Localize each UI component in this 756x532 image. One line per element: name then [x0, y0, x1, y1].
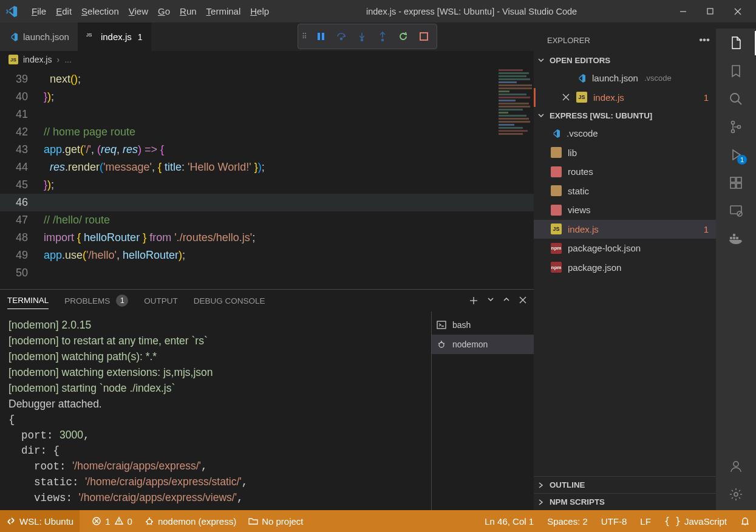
minimap[interactable] — [495, 68, 534, 189]
folder-icon — [551, 185, 562, 196]
terminal-nodemon[interactable]: nodemon — [432, 335, 534, 354]
activity-bookmark-icon[interactable] — [727, 63, 744, 80]
explorer-title: EXPLORER — [547, 36, 590, 45]
panel-tab-problems[interactable]: PROBLEMS1 — [64, 292, 128, 309]
activity-bar: 1 — [716, 29, 756, 510]
outline-section[interactable]: OUTLINE — [534, 476, 716, 493]
file-tree-package.json[interactable]: npmpackage.json — [534, 258, 716, 278]
file-tree-routes[interactable]: routes — [534, 162, 716, 182]
activity-remote-icon[interactable] — [727, 202, 744, 219]
debug-step-out-button[interactable] — [373, 27, 392, 46]
folder-icon — [551, 166, 562, 177]
window-title: index.js - express [WSL: Ubuntu] - Visua… — [274, 7, 669, 16]
panel-tabs: TERMINALPROBLEMS1OUTPUTDEBUG CONSOLE — [0, 290, 534, 312]
svg-rect-39 — [736, 237, 738, 239]
tab-index.js[interactable]: JSindex.js1 — [78, 22, 151, 51]
status-encoding[interactable]: UTF-8 — [601, 516, 627, 527]
menu-selection[interactable]: Selection — [77, 4, 124, 19]
activity-debug-icon[interactable]: 1 — [727, 146, 744, 163]
svg-rect-11 — [420, 33, 427, 40]
file-tree-lib[interactable]: lib — [534, 143, 716, 163]
close-icon[interactable] — [562, 93, 570, 101]
js-file-icon: JS — [576, 92, 587, 103]
activity-extensions-icon[interactable] — [727, 174, 744, 191]
terminals-list: bashnodemon — [431, 312, 534, 510]
svg-point-42 — [734, 493, 738, 496]
open-editor-index.js[interactable]: JSindex.js1 — [534, 88, 716, 107]
menu-help[interactable]: Help — [245, 4, 274, 19]
activity-source-control-icon[interactable] — [727, 118, 744, 135]
status-language[interactable]: { } JavaScript — [664, 516, 727, 527]
terminal-output[interactable]: [nodemon] 2.0.15 [nodemon] to restart at… — [0, 312, 431, 510]
open-editor-launch.json[interactable]: launch.json.vscode — [534, 69, 716, 88]
terminal-bash[interactable]: bash — [432, 315, 534, 335]
folder-section[interactable]: EXPRESS [WSL: UBUNTU] — [534, 107, 716, 124]
status-bell-icon[interactable] — [740, 516, 750, 526]
file-tree-index.js[interactable]: JSindex.js1 — [534, 220, 716, 239]
svg-point-8 — [361, 39, 363, 41]
folder-icon — [551, 147, 562, 158]
status-debug[interactable]: nodemon (express) — [145, 516, 236, 527]
activity-account-icon[interactable] — [727, 458, 744, 475]
svg-rect-30 — [730, 177, 735, 182]
settings-file-icon — [9, 32, 18, 42]
svg-point-29 — [738, 126, 741, 129]
debug-pause-button[interactable] — [312, 27, 330, 46]
svg-line-22 — [443, 343, 444, 344]
status-errors[interactable]: 1 0 — [92, 516, 132, 527]
status-folder[interactable]: No project — [248, 516, 303, 527]
svg-rect-37 — [730, 237, 732, 239]
npm-icon: npm — [551, 262, 562, 273]
new-terminal-button[interactable] — [469, 296, 478, 305]
status-spaces[interactable]: Spaces: 2 — [547, 516, 588, 527]
explorer-sidebar: EXPLORER ••• OPEN EDITORS launch.json.vs… — [534, 29, 716, 510]
maximize-button[interactable] — [696, 2, 724, 21]
debug-step-into-button[interactable] — [353, 27, 371, 46]
activity-settings-icon[interactable] — [727, 486, 744, 503]
minimize-button[interactable] — [669, 2, 696, 21]
svg-rect-4 — [318, 33, 320, 40]
svg-point-41 — [734, 462, 738, 466]
status-eol[interactable]: LF — [640, 516, 651, 527]
bottom-panel: TERMINALPROBLEMS1OUTPUTDEBUG CONSOLE [no… — [0, 289, 534, 510]
sidebar-more-icon[interactable]: ••• — [699, 34, 710, 46]
menu-run[interactable]: Run — [175, 4, 202, 19]
file-tree-package-lock.json[interactable]: npmpackage-lock.json — [534, 239, 716, 258]
file-tree-.vscode[interactable]: .vscode — [534, 124, 716, 143]
npm-icon: npm — [551, 243, 562, 254]
debug-restart-button[interactable] — [394, 27, 412, 46]
npm-scripts-section[interactable]: NPM SCRIPTS — [534, 493, 716, 510]
close-button[interactable] — [724, 2, 751, 21]
debug-step-over-button[interactable] — [332, 27, 350, 46]
open-editors-section[interactable]: OPEN EDITORS — [534, 52, 716, 69]
svg-point-6 — [341, 38, 342, 40]
menu-edit[interactable]: Edit — [51, 4, 77, 19]
menu-terminal[interactable]: Terminal — [202, 4, 246, 19]
js-file-icon: JS — [9, 55, 18, 64]
status-cursor[interactable]: Ln 46, Col 1 — [485, 516, 534, 527]
activity-docker-icon[interactable] — [727, 230, 744, 247]
svg-rect-1 — [707, 9, 713, 14]
activity-explorer-icon[interactable] — [727, 35, 744, 52]
drag-grip-icon[interactable]: ⠿ — [302, 32, 307, 41]
panel-tab-debug console[interactable]: DEBUG CONSOLE — [194, 292, 265, 309]
svg-rect-33 — [737, 177, 741, 182]
breadcrumb-file: index.js — [23, 55, 52, 64]
close-panel-button[interactable] — [519, 296, 527, 305]
menu-file[interactable]: File — [27, 4, 51, 19]
svg-rect-40 — [733, 234, 735, 236]
svg-point-25 — [730, 94, 739, 102]
file-tree-static[interactable]: static — [534, 182, 716, 201]
file-tree-views[interactable]: views — [534, 200, 716, 220]
remote-indicator[interactable]: WSL: Ubuntu — [0, 510, 80, 532]
panel-tab-terminal[interactable]: TERMINAL — [7, 292, 49, 309]
activity-search-icon[interactable] — [727, 90, 744, 107]
tab-launch.json[interactable]: launch.json — [0, 22, 78, 51]
menu-go[interactable]: Go — [153, 4, 175, 19]
menu-view[interactable]: View — [124, 4, 153, 19]
chevron-down-icon[interactable] — [487, 296, 494, 305]
panel-tab-output[interactable]: OUTPUT — [144, 292, 178, 309]
svg-rect-32 — [737, 183, 741, 188]
debug-stop-button[interactable] — [415, 27, 433, 46]
chevron-up-icon[interactable] — [503, 296, 510, 305]
